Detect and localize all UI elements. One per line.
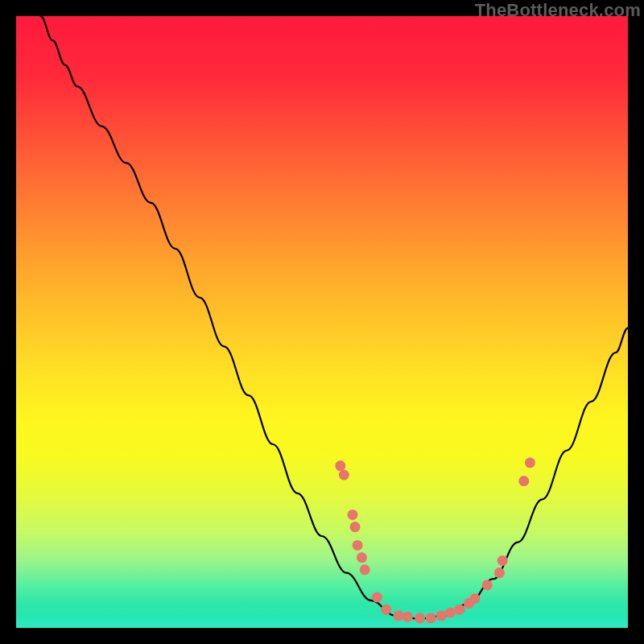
data-point — [353, 540, 363, 551]
data-point — [394, 610, 404, 621]
data-point — [350, 522, 361, 532]
data-point — [525, 457, 535, 468]
data-point — [436, 610, 447, 621]
data-point — [482, 580, 493, 590]
data-point — [518, 476, 529, 486]
chart-overlay — [16, 16, 628, 628]
data-point — [381, 605, 391, 615]
data-point — [360, 564, 370, 575]
bottleneck-curve — [40, 16, 628, 619]
data-point — [335, 460, 345, 471]
data-point — [415, 613, 425, 623]
watermark-text: TheBottleneck.com — [475, 0, 641, 21]
data-point — [494, 568, 505, 578]
data-points — [335, 457, 535, 623]
data-point — [339, 470, 349, 481]
data-point — [357, 552, 367, 563]
chart-frame — [16, 16, 628, 628]
data-point — [470, 593, 481, 604]
data-point — [445, 608, 456, 618]
data-point — [426, 613, 436, 623]
data-point — [455, 605, 465, 615]
data-point — [372, 592, 382, 603]
data-point — [402, 612, 413, 622]
data-point — [348, 510, 358, 520]
data-point — [497, 555, 508, 566]
